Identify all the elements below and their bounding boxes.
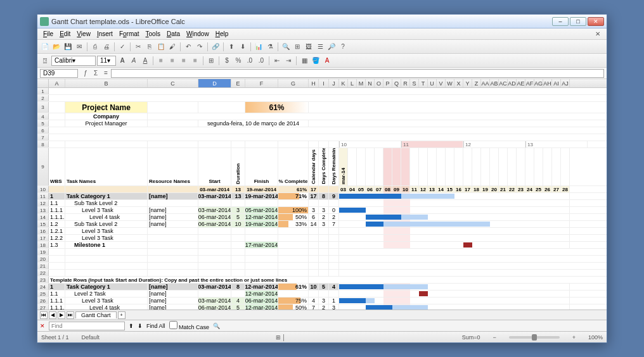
cell[interactable] (148, 263, 198, 269)
col-header-AI[interactable]: AI (552, 79, 561, 87)
cell[interactable]: 12-mar-2014 (245, 304, 278, 310)
sum-icon[interactable]: Σ (91, 68, 101, 78)
cell[interactable] (499, 148, 508, 185)
cell[interactable] (508, 148, 517, 185)
menu-help[interactable]: Help (212, 30, 232, 37)
row-header-5[interactable]: 5 (37, 120, 49, 127)
row-header-3[interactable]: 3 (37, 102, 49, 113)
link-icon[interactable]: 🔗 (210, 42, 221, 52)
decimal-add-icon[interactable]: .0 (245, 56, 255, 66)
cell[interactable]: 1 (329, 298, 339, 304)
col-header-J[interactable]: J (329, 79, 339, 87)
row-header-6[interactable]: 6 (37, 127, 49, 134)
zoom-value[interactable]: 100% (588, 334, 603, 341)
cell[interactable] (329, 249, 339, 255)
col-header-U[interactable]: U (428, 79, 437, 87)
col-header-K[interactable]: K (339, 79, 348, 87)
cell[interactable] (198, 141, 231, 147)
cell[interactable]: 14 (437, 186, 446, 192)
col-header-E[interactable]: E (231, 79, 245, 87)
col-header-AJ[interactable]: AJ (561, 79, 570, 87)
bgcolor-icon[interactable]: 🪣 (311, 56, 321, 66)
cell[interactable] (245, 270, 278, 276)
row-header-15[interactable]: 15 (37, 221, 49, 227)
close-button[interactable]: ✕ (588, 17, 604, 26)
zoom-out-icon[interactable]: − (493, 334, 496, 341)
cell[interactable] (231, 256, 245, 262)
cell[interactable] (278, 228, 309, 234)
cell[interactable]: 19 (481, 186, 490, 192)
cell[interactable]: 06 (366, 186, 375, 192)
row-header-17[interactable]: 17 (37, 235, 49, 241)
indent-inc-icon[interactable]: ⇥ (283, 56, 293, 66)
col-header-AH[interactable]: AH (543, 79, 552, 87)
cell[interactable] (490, 148, 499, 185)
cell[interactable]: Level 2 Task (65, 291, 148, 297)
col-header-L[interactable]: L (348, 79, 357, 87)
cell[interactable] (49, 186, 65, 192)
zoom-icon[interactable]: 🔎 (326, 42, 337, 52)
cell[interactable] (319, 291, 329, 297)
col-header-AC[interactable]: AC (499, 79, 508, 87)
cell[interactable]: 61% (278, 186, 309, 192)
row-header-22[interactable]: 22 (37, 270, 49, 276)
cell[interactable]: 1.1 (49, 200, 65, 206)
cell[interactable]: 03-mar-2014 (198, 193, 231, 199)
cell[interactable]: [name] (148, 298, 198, 304)
merge-icon[interactable]: ⊞ (206, 56, 216, 66)
align-left-icon[interactable]: ≡ (156, 56, 166, 66)
find-input[interactable] (49, 322, 125, 330)
cell[interactable]: Level 3 Task (65, 207, 148, 213)
cell[interactable]: 1.1.1.1 (49, 304, 65, 310)
cell[interactable] (428, 148, 437, 185)
cell[interactable]: 7 (309, 304, 319, 310)
cell[interactable]: 33% (278, 221, 309, 227)
cell[interactable] (148, 228, 198, 234)
find-all-button[interactable]: Find All (146, 323, 165, 329)
cell[interactable] (401, 148, 410, 185)
filter-icon[interactable]: ⚗ (265, 42, 275, 52)
cell[interactable] (278, 270, 309, 276)
cell[interactable] (329, 141, 339, 147)
cell[interactable]: 12-mar-2014 (245, 291, 278, 297)
cell[interactable]: 13 (231, 186, 245, 192)
paste-icon[interactable]: 📋 (156, 42, 166, 52)
col-header-N[interactable]: N (366, 79, 375, 87)
copy-icon[interactable]: ⎘ (145, 42, 155, 52)
cell[interactable]: 5 (231, 304, 245, 310)
grid-area[interactable]: 123Project Name61%4Company5Project Manag… (37, 88, 607, 310)
cell[interactable] (148, 242, 198, 248)
cell[interactable] (278, 249, 309, 255)
cell[interactable] (65, 270, 148, 276)
cell[interactable]: Sub Task Level 2 (65, 221, 148, 227)
cell[interactable]: [name] (148, 304, 198, 310)
cell[interactable] (472, 148, 481, 185)
cell[interactable]: 15 (446, 186, 454, 192)
cell[interactable] (375, 148, 383, 185)
cell[interactable] (410, 148, 419, 185)
cell[interactable]: [name] (148, 284, 198, 290)
cell[interactable] (245, 200, 278, 206)
cell[interactable]: 16 (454, 186, 463, 192)
cell[interactable]: Task Category 1 (65, 284, 148, 290)
maximize-button[interactable]: □ (570, 17, 586, 26)
cell[interactable] (278, 256, 309, 262)
cell[interactable]: Task Names (65, 148, 148, 185)
indent-dec-icon[interactable]: ⇤ (272, 56, 282, 66)
find-options-icon[interactable]: 🔍 (213, 323, 220, 329)
col-header-M[interactable]: M (357, 79, 366, 87)
cell[interactable] (49, 256, 65, 262)
col-header-AA[interactable]: AA (481, 79, 490, 87)
cell[interactable]: 08 (383, 186, 392, 192)
cell[interactable] (309, 242, 319, 248)
row-header-27[interactable]: 27 (37, 304, 49, 310)
menu-file[interactable]: File (40, 30, 56, 37)
cell[interactable]: 10 (339, 141, 401, 147)
cell[interactable]: 06-mar-2014 (198, 304, 231, 310)
cell[interactable]: 3 (319, 298, 329, 304)
cell[interactable] (534, 148, 543, 185)
cell[interactable]: 04 (348, 186, 357, 192)
row-header-26[interactable]: 26 (37, 298, 49, 304)
cell[interactable]: 06-mar-2014 (198, 221, 231, 227)
cell[interactable] (319, 249, 329, 255)
